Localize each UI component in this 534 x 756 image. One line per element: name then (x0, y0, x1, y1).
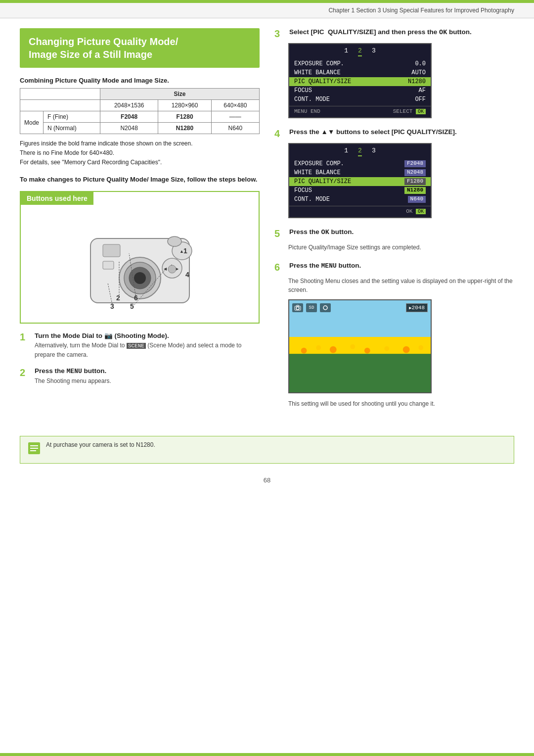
cell-n2048: N2048 (100, 123, 158, 134)
header-bar: Chapter 1 Section 3 Using Special Featur… (0, 3, 534, 18)
svg-point-28 (323, 306, 327, 310)
step-6-screen: SD ▶2048 (288, 299, 514, 393)
step-6-title: Press the MENU button. (289, 262, 514, 270)
step-2-desc: The Shooting menu appears. (35, 377, 260, 385)
svg-point-34 (350, 344, 355, 349)
title-box: Changing Picture Quality Mode/ Image Siz… (20, 28, 260, 68)
cell-f2048: F2048 (100, 111, 158, 123)
page-wrapper: Chapter 1 Section 3 Using Special Featur… (0, 0, 534, 756)
step-3-title: Select [PIC QUALITY/SIZE] and then press… (289, 28, 514, 36)
main-content: Changing Picture Quality Mode/ Image Siz… (0, 18, 534, 428)
step-1-desc: Alternatively, turn the Mode Dial to SCE… (35, 341, 260, 359)
camera-illustration: ▲ ▲ ▼ ◀ ▶ 2 6 1 (21, 209, 259, 318)
col-size-1: 2048×1536 (100, 100, 158, 111)
photo-icon-sd: SD (306, 303, 317, 312)
step-2-title: Press the MENU button. (35, 367, 260, 375)
step-1-title: Turn the Mode Dial to 📷 (Shooting Mode). (35, 331, 260, 339)
svg-rect-41 (30, 448, 38, 449)
note-3: For details, see "Memory Card Recording … (20, 158, 260, 167)
col-size-2: 1280×960 (158, 100, 211, 111)
step-3: 3 Select [PIC QUALITY/SIZE] and then pre… (274, 28, 514, 118)
photo-preview: SD ▶2048 (288, 299, 432, 393)
svg-rect-42 (30, 450, 36, 451)
cell-n1280: N1280 (158, 123, 211, 134)
svg-text:4: 4 (185, 271, 189, 279)
step-2: 2 Press the MENU button. The Shooting me… (20, 367, 260, 385)
step-4-screen: 1 2 3 EXPOSURE COMP. F2048 WHITE BALANCE… (288, 143, 514, 218)
svg-point-36 (384, 346, 389, 351)
note-box: At purchase your camera is set to N1280. (20, 436, 514, 464)
chapter-section-text: Chapter 1 Section 3 Using Special Featur… (328, 7, 514, 14)
svg-point-37 (403, 346, 410, 353)
svg-point-26 (296, 307, 299, 310)
svg-point-38 (418, 345, 423, 350)
step-6-desc: The Shooting Menu closes and the setting… (288, 277, 514, 294)
step-5-desc: Picture Quality/Image Size settings are … (288, 243, 514, 252)
bottom-green-line (0, 753, 534, 756)
right-column: 3 Select [PIC QUALITY/SIZE] and then pre… (274, 28, 514, 418)
svg-point-4 (134, 272, 146, 284)
svg-point-15 (168, 265, 176, 273)
svg-rect-29 (289, 342, 431, 354)
svg-point-33 (330, 346, 337, 353)
col-header-size: Size (100, 89, 259, 100)
buttons-used-box: Buttons used here (20, 191, 260, 324)
svg-point-9 (168, 236, 181, 246)
mode-fine: F (Fine) (44, 111, 100, 123)
svg-text:5: 5 (130, 302, 134, 310)
step-1: 1 Turn the Mode Dial to 📷 (Shooting Mode… (20, 331, 260, 359)
steps-heading: To make changes to Picture Quality Mode/… (20, 175, 260, 185)
page-title: Changing Picture Quality Mode/ Image Siz… (29, 35, 251, 61)
note-2: There is no Fine Mode for 640×480. (20, 148, 260, 158)
photo-badge: ▶2048 (406, 303, 428, 312)
left-column: Changing Picture Quality Mode/ Image Siz… (20, 28, 260, 418)
combining-heading: Combining Picture Quality Mode and Image… (20, 77, 260, 84)
note-text: At purchase your camera is set to N1280. (46, 441, 155, 448)
step-5: 5 Press the OK button. Picture Quality/I… (274, 228, 514, 252)
photo-icon-camera (292, 303, 303, 312)
buttons-used-label: Buttons used here (21, 192, 93, 205)
camera-svg: ▲ ▲ ▼ ◀ ▶ 2 6 1 (76, 214, 204, 313)
step-6: 6 Press the MENU button. The Shooting Me… (274, 262, 514, 408)
step-6-final-note: This setting will be used for shooting u… (288, 399, 514, 408)
note-1: Figures inside the bold frame indicate t… (20, 139, 260, 148)
photo-icon-circle (320, 303, 331, 312)
cell-f640: —— (211, 111, 259, 123)
svg-rect-40 (30, 445, 38, 446)
svg-text:1: 1 (183, 247, 187, 255)
mode-label: Mode (20, 111, 44, 134)
cell-f1280: F1280 (158, 111, 211, 123)
step-4: 4 Press the ▲▼ buttons to select [PIC QU… (274, 128, 514, 218)
svg-rect-6 (103, 261, 114, 269)
svg-rect-5 (103, 244, 120, 257)
note-icon (27, 441, 41, 458)
svg-text:2: 2 (116, 294, 120, 302)
mode-normal: N (Normal) (44, 123, 100, 134)
step-4-title: Press the ▲▼ buttons to select [PIC QUAL… (289, 128, 514, 136)
col-size-3: 640×480 (211, 100, 259, 111)
step-5-title: Press the OK button. (289, 228, 514, 236)
svg-point-35 (364, 347, 370, 353)
svg-point-31 (301, 347, 307, 353)
step-3-screen: 1 2 3 EXPOSURE COMP. 0.0 WHITE BALANCE A… (288, 43, 514, 118)
page-number: 68 (0, 472, 534, 489)
table-notes: Figures inside the bold frame indicate t… (20, 139, 260, 168)
size-table: Size 2048×1536 1280×960 640×480 Mode F (… (20, 88, 260, 134)
svg-rect-30 (289, 354, 431, 392)
svg-point-32 (316, 345, 321, 350)
note-section: At purchase your camera is set to N1280. (20, 436, 514, 464)
cell-n640: N640 (211, 123, 259, 134)
